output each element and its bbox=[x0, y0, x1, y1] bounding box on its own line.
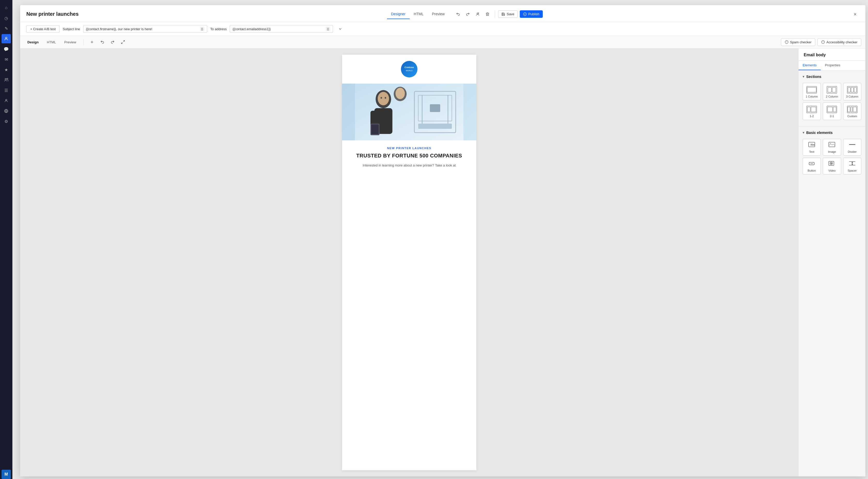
create-ab-label: + Create A/B test bbox=[30, 27, 56, 31]
sidebar: ⌂ ◷ ✎ 💬 ✉ ★ ☰ ⚙ M bbox=[0, 0, 12, 479]
svg-point-30 bbox=[396, 88, 405, 99]
subject-line-input[interactable] bbox=[86, 27, 198, 31]
to-address-label: To address bbox=[210, 27, 227, 31]
sidebar-icon-pencil[interactable]: ✎ bbox=[2, 24, 11, 33]
custom-label: Custom bbox=[847, 114, 857, 118]
email-logo-area: ContosoWORLD bbox=[395, 55, 424, 83]
section-2-1[interactable]: 2-1 bbox=[823, 102, 841, 120]
3col-label: 3 Column bbox=[846, 95, 858, 98]
accessibility-checker-button[interactable]: Accessibility checker bbox=[817, 38, 861, 46]
sidebar-icon-person[interactable] bbox=[2, 96, 11, 105]
panel-tabs: Elements Properties bbox=[799, 61, 865, 70]
section-custom[interactable]: Custom bbox=[843, 102, 861, 120]
element-text[interactable]: Abc Text bbox=[803, 139, 821, 156]
expand-button[interactable] bbox=[336, 25, 344, 33]
button-element-icon bbox=[808, 161, 815, 168]
divider-element-label: Divider bbox=[848, 150, 857, 153]
delete-button[interactable] bbox=[483, 10, 492, 18]
basic-elements-grid: Abc Text Image bbox=[803, 139, 861, 174]
sections-panel: ▾ Sections 1 Column bbox=[799, 70, 865, 126]
fullscreen-button[interactable] bbox=[119, 38, 127, 46]
section-2col[interactable]: 2 Column bbox=[823, 83, 841, 100]
to-address-input[interactable] bbox=[232, 27, 324, 31]
section-3col[interactable]: 3 Column bbox=[843, 83, 861, 100]
sidebar-icon-home[interactable]: ⌂ bbox=[2, 3, 11, 12]
sidebar-icon-clock[interactable]: ◷ bbox=[2, 13, 11, 23]
element-image[interactable]: Image bbox=[823, 139, 841, 156]
accessibility-checker-label: Accessibility checker bbox=[827, 40, 858, 44]
image-element-icon bbox=[828, 142, 835, 149]
save-button[interactable]: Save bbox=[498, 10, 518, 18]
create-ab-test-button[interactable]: + Create A/B test bbox=[26, 25, 60, 33]
svg-point-27 bbox=[380, 97, 382, 99]
divider-element-icon bbox=[848, 142, 856, 149]
sidebar-icon-email[interactable]: ✉ bbox=[2, 55, 11, 64]
add-element-button[interactable] bbox=[88, 38, 96, 46]
sections-grid-row1: 1 Column 2 Column bbox=[803, 83, 861, 100]
publish-button[interactable]: Publish bbox=[520, 10, 543, 18]
svg-point-0 bbox=[5, 37, 7, 39]
1-2-label: 1-2 bbox=[810, 114, 814, 118]
button-element-label: Button bbox=[808, 169, 816, 172]
email-canvas-area[interactable]: ContosoWORLD bbox=[20, 48, 798, 476]
sidebar-icon-users[interactable] bbox=[2, 75, 11, 84]
design-tab-preview[interactable]: Preview bbox=[61, 39, 79, 46]
to-address-input-wrap: {} bbox=[230, 25, 333, 33]
sidebar-icon-contacts[interactable] bbox=[2, 34, 11, 43]
custom-icon bbox=[847, 106, 858, 113]
2-1-icon bbox=[827, 106, 837, 113]
section-1col[interactable]: 1 Column bbox=[803, 83, 821, 100]
2col-label: 2 Column bbox=[826, 95, 838, 98]
element-spacer[interactable]: Spacer bbox=[843, 158, 861, 174]
1-2-icon bbox=[807, 106, 817, 113]
tab-designer[interactable]: Designer bbox=[387, 9, 410, 19]
design-tab-design[interactable]: Design bbox=[24, 39, 41, 46]
to-address-template-tag: {} bbox=[326, 27, 330, 31]
redo-button[interactable] bbox=[464, 10, 472, 18]
right-panel: Email body Elements Properties ▾ Section… bbox=[798, 48, 865, 476]
element-divider[interactable]: Divider bbox=[843, 139, 861, 156]
element-button[interactable]: Button bbox=[803, 158, 821, 174]
element-video[interactable]: Video bbox=[823, 158, 841, 174]
sidebar-icon-chat[interactable]: 💬 bbox=[2, 44, 11, 54]
subject-bar: + Create A/B test Subject line {} To add… bbox=[20, 22, 865, 36]
3col-icon bbox=[847, 86, 858, 94]
section-1-2[interactable]: 1-2 bbox=[803, 102, 821, 120]
2col-icon bbox=[827, 86, 837, 94]
sidebar-icon-settings2[interactable]: ⚙ bbox=[2, 117, 11, 126]
undo-button[interactable] bbox=[454, 10, 462, 18]
design-tab-html[interactable]: HTML bbox=[44, 39, 59, 46]
sidebar-icon-star[interactable]: ★ bbox=[2, 65, 11, 74]
basic-elements-header[interactable]: ▾ Basic elements bbox=[803, 131, 861, 135]
company-logo: ContosoWORLD bbox=[401, 61, 417, 77]
tab-preview[interactable]: Preview bbox=[428, 9, 449, 19]
sections-header[interactable]: ▾ Sections bbox=[803, 75, 861, 79]
svg-point-28 bbox=[385, 97, 386, 99]
spam-checker-button[interactable]: Spam checker bbox=[781, 38, 815, 46]
sections-grid-row2: 1-2 2-1 bbox=[803, 102, 861, 120]
close-icon: × bbox=[854, 12, 857, 17]
sidebar-icon-globe[interactable] bbox=[2, 106, 11, 115]
tab-elements[interactable]: Elements bbox=[799, 61, 821, 70]
modal-title: New printer launches bbox=[26, 11, 79, 20]
subject-template-tag: {} bbox=[200, 27, 204, 31]
modal-header: New printer launches Designer HTML Previ… bbox=[20, 5, 865, 22]
basic-elements-panel: ▾ Basic elements Abc Text bbox=[799, 126, 865, 179]
personalize-button[interactable] bbox=[473, 10, 482, 18]
basic-elements-chevron-icon: ▾ bbox=[803, 131, 804, 134]
sections-chevron-icon: ▾ bbox=[803, 75, 804, 78]
svg-rect-19 bbox=[418, 124, 452, 129]
tab-html[interactable]: HTML bbox=[410, 9, 428, 19]
undo-design-button[interactable] bbox=[98, 38, 106, 46]
email-canvas: ContosoWORLD bbox=[342, 55, 476, 470]
redo-design-button[interactable] bbox=[108, 38, 117, 46]
svg-point-1 bbox=[5, 78, 6, 80]
sidebar-icon-m[interactable]: M bbox=[2, 470, 11, 479]
spam-checker-label: Spam checker bbox=[790, 40, 811, 44]
svg-line-10 bbox=[123, 40, 125, 42]
tab-properties[interactable]: Properties bbox=[821, 61, 844, 70]
sidebar-icon-list[interactable]: ☰ bbox=[2, 86, 11, 95]
right-panel-header: Email body bbox=[799, 48, 865, 61]
close-button[interactable]: × bbox=[851, 10, 859, 18]
editor-area: ContosoWORLD bbox=[20, 48, 865, 476]
